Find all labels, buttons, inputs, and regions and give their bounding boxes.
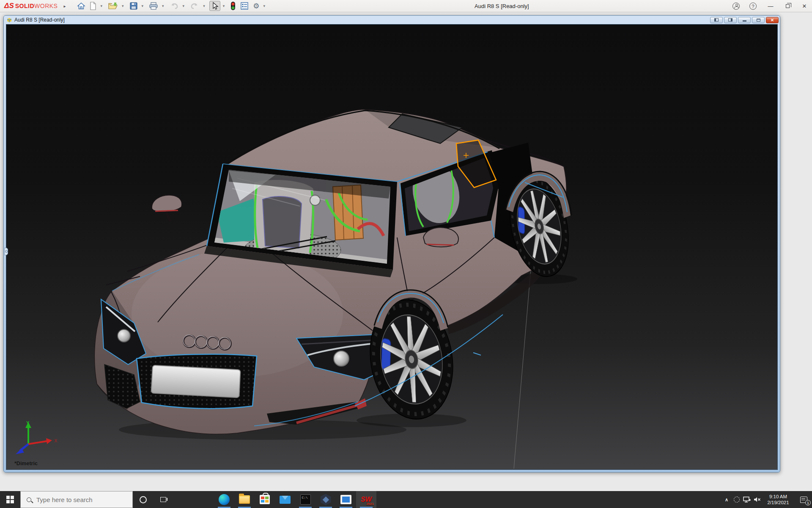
brand-text-works: WORKS bbox=[34, 3, 58, 9]
network-button[interactable] bbox=[742, 491, 752, 508]
doc-restore-icon bbox=[757, 19, 760, 22]
open-button[interactable] bbox=[107, 1, 119, 11]
taskbar-clock[interactable]: 9:10 AM 2/19/2021 bbox=[765, 494, 792, 505]
new-document-icon bbox=[90, 2, 96, 10]
clock-date: 2/19/2021 bbox=[765, 500, 792, 505]
taskbar-item-window-app[interactable] bbox=[336, 491, 356, 508]
search-icon bbox=[27, 497, 31, 502]
options-button[interactable]: ⚙ bbox=[252, 1, 261, 11]
save-dropdown[interactable]: ▾ bbox=[141, 4, 145, 8]
doc-restore-button[interactable] bbox=[752, 17, 765, 23]
action-center-button[interactable]: 1 bbox=[795, 491, 812, 508]
redo-button[interactable] bbox=[189, 1, 200, 11]
save-button[interactable] bbox=[128, 1, 139, 11]
doc-minimize-button[interactable] bbox=[738, 17, 751, 23]
taskbar-item-explorer[interactable] bbox=[234, 491, 255, 508]
view-orientation-label: *Dimetric bbox=[14, 461, 38, 467]
app-titlebar: ΔS SOLID WORKS ▸ ▾ ▾ ▾ ▾ ▾ bbox=[0, 0, 812, 12]
new-document-dropdown[interactable]: ▾ bbox=[99, 4, 103, 8]
taskbar-item-cmd[interactable]: C:\ bbox=[295, 491, 315, 508]
taskbar-item-mail[interactable] bbox=[275, 491, 295, 508]
document-window-controls: ✕ bbox=[710, 17, 779, 23]
chevron-up-icon: ∧ bbox=[725, 497, 728, 502]
clock-time: 9:10 AM bbox=[765, 494, 792, 500]
solidworks-logo: ΔS SOLID WORKS bbox=[4, 2, 58, 10]
triad-y-label: Y bbox=[26, 420, 30, 425]
rebuild-button[interactable] bbox=[229, 1, 237, 11]
dashed-circle-icon bbox=[734, 497, 740, 502]
account-button[interactable] bbox=[732, 3, 741, 10]
doc-close-button[interactable]: ✕ bbox=[766, 17, 779, 23]
taskbar-search[interactable] bbox=[20, 491, 133, 508]
select-tool-dropdown[interactable]: ▾ bbox=[222, 4, 226, 8]
graphics-viewport[interactable]: Y X *Dimetric bbox=[6, 24, 778, 470]
task-view-button[interactable] bbox=[153, 491, 173, 508]
taskbar-item-edge[interactable] bbox=[214, 491, 234, 508]
search-input[interactable] bbox=[36, 496, 120, 504]
open-folder-icon bbox=[108, 2, 118, 10]
help-button[interactable]: ? bbox=[749, 3, 758, 10]
system-tray: ∧ 9:10 AM 2/19/2021 1 bbox=[721, 491, 812, 508]
traffic-light-icon bbox=[230, 1, 236, 11]
triad-x-label: X bbox=[54, 438, 58, 443]
select-cursor-icon bbox=[211, 2, 219, 10]
split-pane-right-button[interactable] bbox=[724, 17, 737, 23]
mirror-right[interactable] bbox=[423, 227, 458, 247]
app-window-controls: ? — ✕ bbox=[732, 0, 809, 12]
mirror-left[interactable] bbox=[152, 195, 182, 221]
undo-dropdown[interactable]: ▾ bbox=[182, 4, 186, 8]
file-properties-button[interactable] bbox=[239, 1, 250, 11]
gear-icon: ⚙ bbox=[253, 3, 259, 10]
close-button[interactable]: ✕ bbox=[800, 3, 809, 9]
new-document-button[interactable] bbox=[88, 1, 98, 11]
print-dropdown[interactable]: ▾ bbox=[161, 4, 165, 8]
menu-flyout-arrow-icon[interactable]: ▸ bbox=[63, 4, 66, 8]
restore-icon bbox=[786, 4, 790, 8]
help-icon: ? bbox=[749, 3, 757, 10]
microsoft-store-icon bbox=[260, 495, 270, 504]
taskbar-item-solidworks[interactable]: SW 2021 bbox=[356, 491, 376, 508]
task-view-icon bbox=[160, 497, 166, 502]
tray-overflow-button[interactable]: ∧ bbox=[721, 491, 732, 508]
minimize-button[interactable]: — bbox=[766, 3, 775, 9]
car-model-render[interactable] bbox=[6, 25, 778, 470]
select-tool-button[interactable] bbox=[209, 1, 220, 11]
edge-icon bbox=[219, 494, 230, 505]
document-window: Audi R8 S [Read-only] ✕ bbox=[3, 15, 780, 472]
undo-button[interactable] bbox=[168, 1, 180, 11]
solidworks-application-window: ΔS SOLID WORKS ▸ ▾ ▾ ▾ ▾ ▾ bbox=[0, 0, 812, 508]
command-prompt-icon: C:\ bbox=[300, 494, 311, 505]
construction-line[interactable] bbox=[514, 270, 531, 469]
taskbar-item-store[interactable] bbox=[255, 491, 275, 508]
cortana-button[interactable] bbox=[133, 491, 153, 508]
cortana-icon bbox=[140, 496, 147, 503]
save-icon bbox=[129, 2, 138, 10]
panel-collapse-handle[interactable] bbox=[4, 248, 8, 255]
restore-button[interactable] bbox=[783, 4, 792, 8]
tray-meet-button[interactable] bbox=[732, 491, 742, 508]
license-plate[interactable] bbox=[151, 365, 240, 398]
print-button[interactable] bbox=[148, 1, 159, 11]
split-left-icon bbox=[714, 18, 719, 22]
solidworks-2021-icon: SW 2021 bbox=[360, 494, 373, 505]
document-titlebar[interactable]: Audi R8 S [Read-only] ✕ bbox=[4, 16, 780, 24]
part-document-icon bbox=[6, 17, 12, 23]
speaker-muted-icon bbox=[753, 496, 761, 503]
ds-monogram-icon: ΔS bbox=[4, 2, 14, 10]
redo-dropdown[interactable]: ▾ bbox=[202, 4, 206, 8]
taskbar-item-hexagon-app[interactable] bbox=[315, 491, 336, 508]
options-dropdown[interactable]: ▾ bbox=[262, 4, 266, 8]
open-dropdown[interactable]: ▾ bbox=[121, 4, 125, 8]
volume-button[interactable] bbox=[752, 491, 762, 508]
redo-icon bbox=[190, 2, 199, 10]
mail-icon bbox=[280, 496, 291, 504]
file-explorer-icon bbox=[239, 495, 250, 504]
split-pane-left-button[interactable] bbox=[710, 17, 723, 23]
split-right-icon bbox=[728, 18, 732, 22]
user-account-icon bbox=[735, 5, 738, 8]
start-button[interactable] bbox=[0, 491, 20, 508]
home-button[interactable] bbox=[76, 1, 87, 11]
document-title: Audi R8 S [Read-only] bbox=[14, 17, 65, 23]
orientation-triad: Y X bbox=[12, 420, 59, 456]
brand-text-solid: SOLID bbox=[15, 3, 34, 9]
